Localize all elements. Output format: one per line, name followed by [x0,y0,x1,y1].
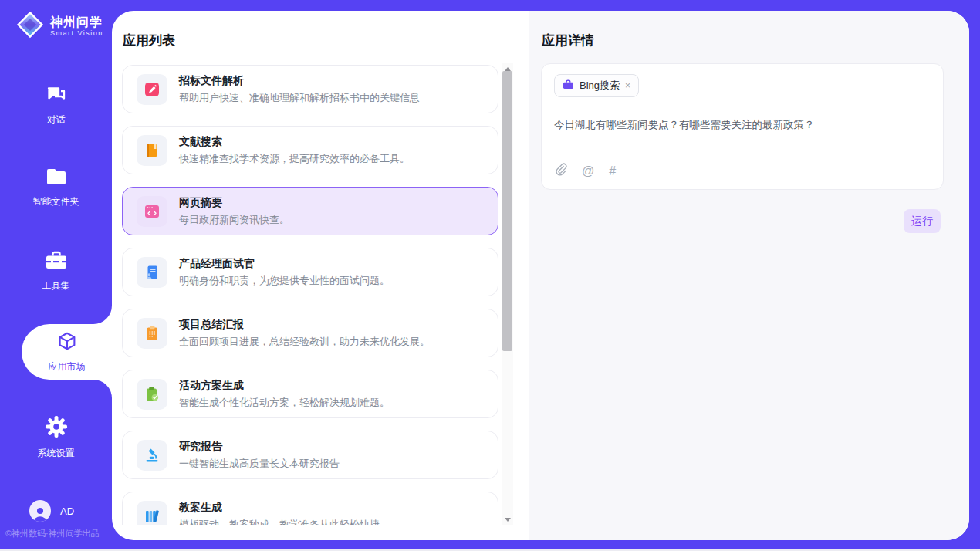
briefcase-icon [563,79,574,93]
app-detail-title: 应用详情 [529,11,969,49]
event-plan-icon [137,379,167,410]
sidebar-item-label: 工具集 [42,279,70,292]
user-account[interactable]: AD [29,500,74,522]
gear-icon [45,415,68,441]
app-desc: 每日政府新闻资讯快查。 [179,213,289,227]
sidebar-item-label: 应用市场 [49,360,86,374]
app-desc: 模板驱动，教案秒成，教学准备从此轻松快捷 [179,518,380,526]
app-card-project-summary[interactable]: 项目总结汇报 全面回顾项目进展，总结经验教训，助力未来优化发展。 [122,309,498,357]
brand-name: 神州问学 [50,15,103,29]
sidebar-item-smart-folder[interactable]: 智能文件夹 [0,167,112,208]
tool-tag-label: Bing搜索 [580,79,620,93]
app-title: 项目总结汇报 [179,318,430,332]
folder-icon [45,167,68,190]
app-desc: 帮助用户快速、准确地理解和解析招标书中的关键信息 [179,91,420,105]
app-title: 文献搜索 [179,135,410,149]
sidebar-item-label: 对话 [47,113,66,127]
scrollbar-thumb[interactable] [502,71,512,351]
chat-icon [46,83,67,108]
app-title: 招标文件解析 [179,74,420,88]
app-title: 研究报告 [179,440,340,454]
attachment-icon[interactable] [554,163,567,180]
app-desc: 一键智能生成高质量长文本研究报告 [179,457,340,471]
tool-tag-bing-search[interactable]: Bing搜索 × [554,74,639,97]
sidebar-item-chat[interactable]: 对话 [0,83,112,127]
tag-close-icon[interactable]: × [625,80,630,91]
app-card-event-plan[interactable]: 活动方案生成 智能生成个性化活动方案，轻松解决规划难题。 [122,370,498,418]
composer-toolbar: @ # [554,163,616,180]
sidebar: 神州问学 Smart Vision 对话 智能文件夹 [0,0,112,549]
scroll-down-icon[interactable] [502,514,513,525]
app-list: 招标文件解析 帮助用户快速、准确地理解和解析招标书中的关键信息 文献搜索 快速精… [122,65,498,525]
app-desc: 明确身份和职责，为您提供专业性的面试问题。 [179,274,390,288]
avatar [29,500,51,522]
app-title: 产品经理面试官 [179,257,390,271]
sidebar-item-toolset[interactable]: 工具集 [0,250,112,292]
prompt-text[interactable]: 今日湖北有哪些新闻要点？有哪些需要关注的最新政策？ [554,117,931,132]
bubble-curve-bottom [93,380,112,398]
prompt-composer[interactable]: Bing搜索 × 今日湖北有哪些新闻要点？有哪些需要关注的最新政策？ @ # [541,63,944,190]
app-card-literature-search[interactable]: 文献搜索 快速精准查找学术资源，提高研究效率的必备工具。 [122,126,498,174]
user-name: AD [60,505,74,517]
sidebar-item-label: 智能文件夹 [33,195,79,208]
app-title: 活动方案生成 [179,379,390,393]
web-summary-icon [137,196,167,227]
app-card-bid-analysis[interactable]: 招标文件解析 帮助用户快速、准确地理解和解析招标书中的关键信息 [122,65,498,113]
lesson-plan-icon [137,501,167,526]
mention-icon[interactable]: @ [582,164,594,178]
topic-icon[interactable]: # [609,164,616,178]
app-desc: 智能生成个性化活动方案，轻松解决规划难题。 [179,396,390,410]
app-list-title: 应用列表 [112,11,529,49]
app-detail-panel: 应用详情 Bing搜索 × 今日湖北有哪些新闻要点？有哪些需要关注的最新政策？ [529,11,969,540]
app-list-panel: 应用列表 招标文件解析 帮助用户快速、准确地理解和解析招标书中的关键信息 [112,11,529,540]
sidebar-item-app-market[interactable]: 应用市场 [22,324,112,380]
content-card: 应用列表 招标文件解析 帮助用户快速、准确地理解和解析招标书中的关键信息 [112,11,969,540]
bid-document-icon [137,74,167,105]
research-report-icon [137,440,167,471]
bubble-curve-top [93,306,112,324]
app-desc: 快速精准查找学术资源，提高研究效率的必备工具。 [179,152,410,166]
brand-logo: 神州问学 Smart Vision [15,10,103,42]
diamond-logo-icon [15,10,45,42]
app-list-scrollbar[interactable] [502,63,513,525]
pm-interviewer-icon [137,257,167,288]
literature-search-icon [137,135,167,166]
cube-icon [56,330,79,357]
app-card-web-summary[interactable]: 网页摘要 每日政府新闻资讯快查。 [122,187,498,235]
sidebar-item-label: 系统设置 [38,447,75,460]
run-button[interactable]: 运行 [904,209,941,233]
sidebar-item-settings[interactable]: 系统设置 [0,415,112,460]
copyright-text: ©神州数码·神州问学出品 [5,528,100,539]
app-title: 教案生成 [179,501,380,515]
app-card-pm-interviewer[interactable]: 产品经理面试官 明确身份和职责，为您提供专业性的面试问题。 [122,248,498,296]
app-card-lesson-plan[interactable]: 教案生成 模板驱动，教案秒成，教学准备从此轻松快捷 [122,492,498,525]
app-card-research-report[interactable]: 研究报告 一键智能生成高质量长文本研究报告 [122,431,498,479]
toolbox-icon [45,250,68,274]
app-title: 网页摘要 [179,196,289,210]
brand-subtitle: Smart Vision [50,29,103,37]
project-summary-icon [137,318,167,349]
app-desc: 全面回顾项目进展，总结经验教训，助力未来优化发展。 [179,335,430,349]
